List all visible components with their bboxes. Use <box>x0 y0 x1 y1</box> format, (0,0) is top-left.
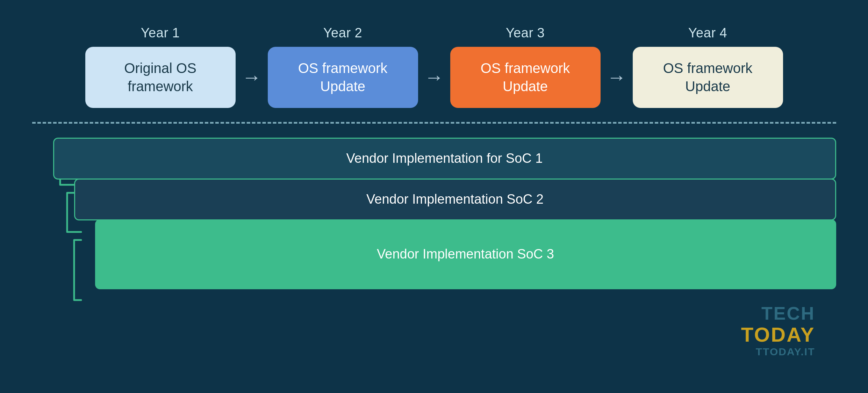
year-label-4: Year 4 <box>688 26 727 41</box>
vendor-bars-wrapper: Vendor Implementation for SoC 1 Vendor I… <box>53 138 836 289</box>
vendor-label-soc2: Vendor Implementation SoC 2 <box>366 192 544 207</box>
vendor-bar-soc3: Vendor Implementation SoC 3 <box>95 219 836 289</box>
framework-box-4: OS framework Update <box>633 47 783 108</box>
framework-box-1: Original OS framework <box>85 47 236 108</box>
arrow-2: → <box>424 67 444 87</box>
watermark-tech: TECH <box>741 304 815 323</box>
diagram-container: Year 1 Original OS framework → Year 2 OS… <box>32 26 836 368</box>
vendor-label-soc3: Vendor Implementation SoC 3 <box>377 247 554 262</box>
framework-box-3: OS framework Update <box>450 47 601 108</box>
framework-box-4-text: OS framework Update <box>640 59 776 95</box>
bottom-section: Vendor Implementation for SoC 1 Vendor I… <box>32 138 836 368</box>
vendor-label-soc1: Vendor Implementation for SoC 1 <box>346 151 543 166</box>
framework-box-3-text: OS framework Update <box>457 59 594 95</box>
framework-box-2: OS framework Update <box>268 47 418 108</box>
framework-box-1-text: Original OS framework <box>92 59 229 95</box>
year-label-3: Year 3 <box>506 26 545 41</box>
year-column-2: Year 2 OS framework Update <box>268 26 418 108</box>
year-column-1: Year 1 Original OS framework <box>85 26 236 108</box>
framework-box-2-text: OS framework Update <box>275 59 411 95</box>
dashed-divider <box>32 122 836 124</box>
watermark: TECH TODAY TTODAY.IT <box>741 304 815 357</box>
year-column-3: Year 3 OS framework Update <box>450 26 601 108</box>
top-section: Year 1 Original OS framework → Year 2 OS… <box>32 26 836 122</box>
vendor-bar-soc1: Vendor Implementation for SoC 1 <box>53 138 836 180</box>
year-column-4: Year 4 OS framework Update <box>633 26 783 108</box>
year-label-2: Year 2 <box>323 26 362 41</box>
vendor-bar-soc2: Vendor Implementation SoC 2 <box>74 179 836 220</box>
arrow-1: → <box>242 67 261 87</box>
watermark-today: TODAY <box>741 323 815 346</box>
watermark-url: TTODAY.IT <box>741 346 815 357</box>
arrow-3: → <box>607 67 626 87</box>
year-label-1: Year 1 <box>141 26 180 41</box>
